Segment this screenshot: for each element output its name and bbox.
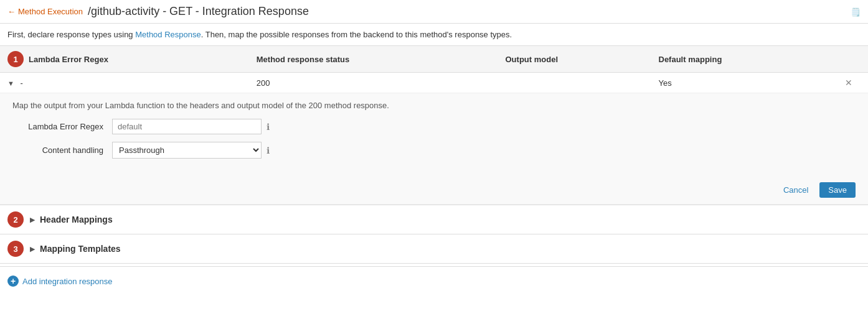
method-response-link[interactable]: Method Response	[135, 30, 201, 39]
description-text: First, declare response types using Meth…	[0, 24, 868, 45]
col-label-default: Default mapping	[659, 55, 722, 64]
default-mapping-value: Yes	[659, 78, 672, 88]
status-value: 200	[257, 78, 270, 88]
col-default-mapping: Default mapping	[651, 46, 830, 73]
cell-delete[interactable]: ✕	[830, 73, 869, 93]
add-circle-icon: +	[7, 275, 19, 287]
col-actions	[830, 46, 869, 73]
save-button[interactable]: Save	[819, 182, 856, 198]
header-mappings-section[interactable]: 2 ▶ Header Mappings	[0, 205, 868, 234]
cell-output-model	[498, 73, 651, 93]
dropdown-arrow-icon: ▼	[7, 80, 14, 87]
cell-dropdown[interactable]: ▼ -	[0, 73, 249, 93]
badge-3: 3	[7, 241, 24, 257]
detail-description: Map the output from your Lambda function…	[12, 101, 856, 110]
response-table: 1 Lambda Error Regex Method response sta…	[0, 45, 868, 205]
content-handling-select[interactable]: Passthrough Convert to binary Convert to…	[112, 142, 262, 159]
description-before: First, declare response types using	[7, 30, 135, 39]
expanded-detail-row: Map the output from your Lambda function…	[0, 93, 868, 205]
badge-2: 2	[7, 211, 24, 228]
page-title: /github-activity - GET - Integration Res…	[88, 5, 309, 18]
mapping-templates-title: Mapping Templates	[40, 244, 121, 254]
add-integration-row: + Add integration response	[0, 266, 868, 295]
lambda-regex-input[interactable]	[112, 119, 262, 134]
content-handling-form-row: Content handling Passthrough Convert to …	[12, 142, 856, 159]
content-handling-info-icon[interactable]: ℹ	[267, 146, 270, 155]
cell-status: 200	[249, 73, 498, 93]
header-mappings-title: Header Mappings	[40, 215, 113, 224]
cell-lambda-regex-value: -	[21, 78, 23, 88]
back-link[interactable]: ← Method Execution	[7, 7, 83, 16]
lambda-regex-info-icon[interactable]: ℹ	[267, 122, 270, 132]
cancel-button[interactable]: Cancel	[778, 183, 813, 197]
col-method-response-status: Method response status	[249, 46, 498, 73]
document-icon: 🗒️	[851, 7, 861, 16]
lambda-regex-label: Lambda Error Regex	[12, 122, 112, 131]
action-buttons-row: Cancel Save	[0, 176, 868, 205]
back-arrow-icon: ←	[7, 7, 16, 16]
cell-default-mapping: Yes	[651, 73, 830, 93]
table-row: ▼ - 200 Yes ✕	[0, 73, 868, 93]
col-label-output: Output model	[506, 55, 559, 64]
detail-content: Map the output from your Lambda function…	[0, 93, 868, 176]
description-after: . Then, map the possible responses from …	[201, 30, 512, 39]
back-label: Method Execution	[18, 7, 83, 16]
badge-1: 1	[7, 51, 24, 67]
table-header-row: 1 Lambda Error Regex Method response sta…	[0, 46, 868, 73]
add-integration-button[interactable]: + Add integration response	[7, 275, 113, 287]
delete-icon[interactable]: ✕	[845, 78, 852, 88]
header-mappings-arrow-icon: ▶	[30, 216, 35, 224]
lambda-regex-form-row: Lambda Error Regex ℹ	[12, 119, 856, 134]
col-output-model: Output model	[498, 46, 651, 73]
col-label-lambda: Lambda Error Regex	[29, 55, 108, 64]
mapping-templates-section[interactable]: 3 ▶ Mapping Templates	[0, 234, 868, 264]
mapping-templates-arrow-icon: ▶	[30, 245, 35, 253]
header-bar: ← Method Execution /github-activity - GE…	[0, 0, 868, 24]
content-handling-label: Content handling	[12, 146, 112, 155]
col-lambda-error-regex: 1 Lambda Error Regex	[0, 46, 249, 73]
expanded-detail-cell: Map the output from your Lambda function…	[0, 93, 868, 205]
col-label-status: Method response status	[257, 55, 350, 64]
add-integration-label: Add integration response	[22, 277, 113, 286]
